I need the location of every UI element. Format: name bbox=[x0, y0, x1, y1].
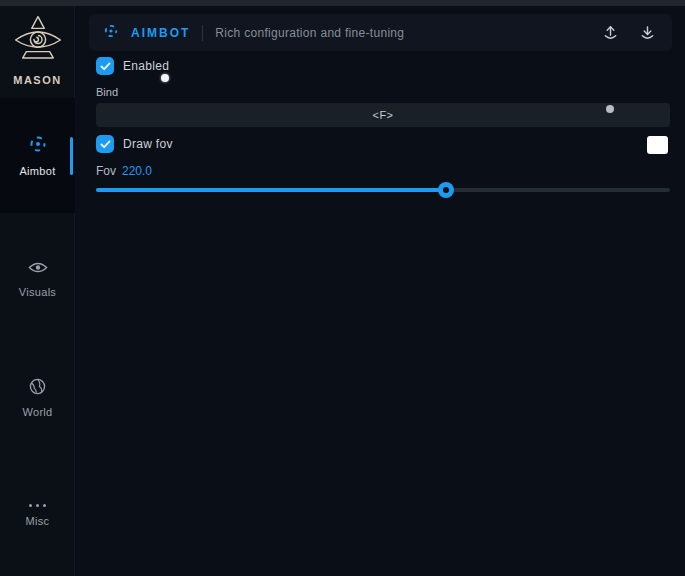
globe-icon bbox=[29, 378, 46, 399]
header-divider bbox=[202, 25, 203, 41]
cursor-dot bbox=[161, 74, 169, 82]
mason-eye-pyramid-logo-icon bbox=[11, 14, 65, 70]
bind-key-value: <F> bbox=[372, 109, 393, 121]
enabled-label: Enabled bbox=[123, 59, 169, 73]
fov-slider[interactable] bbox=[96, 182, 670, 198]
main-panel: AIMBOT Rich configuration and fine-tunin… bbox=[76, 6, 685, 576]
fov-slider-fill bbox=[96, 188, 446, 192]
draw-fov-row: Draw fov bbox=[96, 135, 173, 153]
fov-value: 220.0 bbox=[122, 164, 152, 178]
logo: MASON bbox=[0, 14, 75, 86]
draw-fov-label: Draw fov bbox=[123, 137, 173, 151]
sidebar: MASON Aimbot Visuals World bbox=[0, 6, 75, 576]
secondary-cursor-dot bbox=[606, 105, 614, 113]
bind-key-field[interactable]: <F> bbox=[96, 103, 670, 127]
ellipsis-icon bbox=[29, 500, 46, 508]
sidebar-item-label: Visuals bbox=[19, 286, 56, 298]
check-icon bbox=[100, 140, 111, 149]
eye-icon bbox=[28, 260, 48, 279]
page-title: AIMBOT bbox=[131, 26, 190, 40]
crosshair-icon bbox=[103, 23, 119, 43]
tab-header-bar: AIMBOT Rich configuration and fine-tunin… bbox=[89, 14, 672, 51]
fov-label-row: Fov 220.0 bbox=[96, 164, 152, 178]
fov-color-swatch[interactable] bbox=[647, 136, 668, 154]
fov-slider-handle[interactable] bbox=[438, 182, 454, 198]
enabled-checkbox[interactable] bbox=[96, 57, 114, 75]
draw-fov-checkbox[interactable] bbox=[96, 135, 114, 153]
logo-text: MASON bbox=[13, 74, 61, 86]
bind-label: Bind bbox=[96, 86, 118, 98]
sidebar-item-label: Misc bbox=[26, 515, 50, 527]
fov-label: Fov bbox=[96, 164, 116, 178]
download-config-button[interactable] bbox=[639, 24, 656, 41]
sidebar-item-visuals[interactable]: Visuals bbox=[0, 260, 75, 298]
sidebar-item-world[interactable]: World bbox=[0, 378, 75, 418]
page-subtitle: Rich configuration and fine-tuning bbox=[215, 26, 404, 40]
active-accent-bar bbox=[70, 137, 73, 175]
sidebar-item-misc[interactable]: Misc bbox=[0, 500, 75, 527]
upload-config-button[interactable] bbox=[602, 24, 619, 41]
crosshair-icon bbox=[28, 134, 48, 158]
enabled-row: Enabled bbox=[96, 57, 169, 75]
sidebar-item-aimbot[interactable]: Aimbot bbox=[0, 98, 75, 213]
sidebar-item-label: World bbox=[22, 406, 52, 418]
check-icon bbox=[100, 62, 111, 71]
sidebar-item-label: Aimbot bbox=[19, 165, 55, 177]
